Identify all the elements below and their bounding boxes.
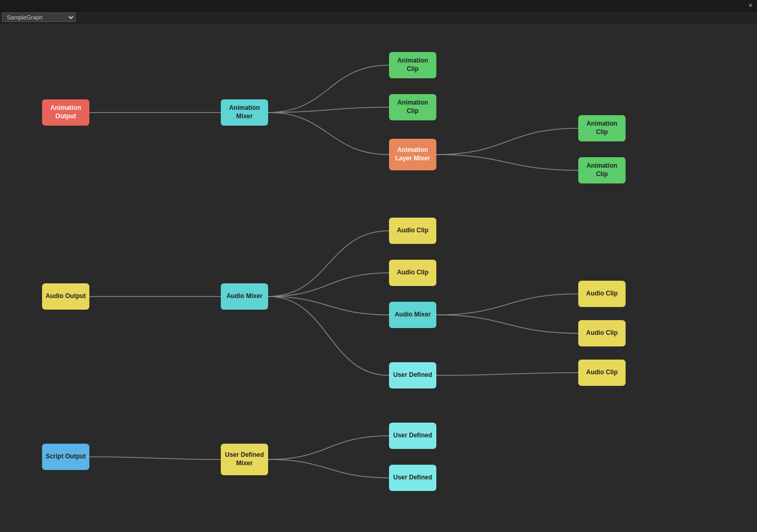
node-audio-clip-4[interactable]: Audio Clip <box>578 320 626 346</box>
node-anim-output[interactable]: Animation Output <box>42 99 89 126</box>
canvas: Animation OutputAnimation MixerAnimation… <box>0 23 757 532</box>
node-audio-mixer-2[interactable]: Audio Mixer <box>389 302 436 328</box>
node-audio-clip-3[interactable]: Audio Clip <box>578 281 626 307</box>
node-anim-clip-1[interactable]: Animation Clip <box>389 52 436 78</box>
node-audio-mixer[interactable]: Audio Mixer <box>221 283 268 310</box>
connections-svg <box>0 23 757 532</box>
node-anim-clip-4[interactable]: Animation Clip <box>578 157 626 183</box>
node-audio-clip-2[interactable]: Audio Clip <box>389 260 436 286</box>
node-anim-clip-3[interactable]: Animation Clip <box>578 115 626 141</box>
graph-selector[interactable]: SampleGraph <box>2 13 76 22</box>
node-user-defined-mixer[interactable]: User Defined Mixer <box>221 444 268 475</box>
node-script-output[interactable]: Script Output <box>42 444 89 470</box>
close-button[interactable]: ✕ <box>748 2 753 9</box>
node-user-defined-1[interactable]: User Defined <box>389 362 436 388</box>
node-user-defined-2[interactable]: User Defined <box>389 423 436 449</box>
title-bar: ✕ <box>0 0 757 12</box>
node-anim-layer-mixer[interactable]: Animation Layer Mixer <box>389 139 436 170</box>
node-anim-clip-2[interactable]: Animation Clip <box>389 94 436 120</box>
node-user-defined-3[interactable]: User Defined <box>389 465 436 491</box>
node-audio-output[interactable]: Audio Output <box>42 283 89 310</box>
node-audio-clip-5[interactable]: Audio Clip <box>578 360 626 386</box>
node-anim-mixer[interactable]: Animation Mixer <box>221 99 268 126</box>
node-audio-clip-1[interactable]: Audio Clip <box>389 218 436 244</box>
dropdown-bar: SampleGraph <box>0 12 757 23</box>
